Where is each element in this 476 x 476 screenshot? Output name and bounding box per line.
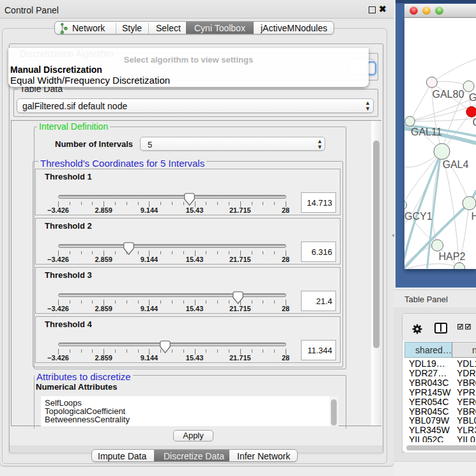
- svg-text:CY: CY: [472, 117, 476, 128]
- svg-text:GA: GA: [469, 92, 476, 103]
- svg-text:GAL11: GAL11: [411, 127, 442, 137]
- svg-text:GCY1: GCY1: [404, 211, 433, 222]
- svg-text:GAL4: GAL4: [442, 159, 468, 170]
- svg-text:GAL80: GAL80: [432, 89, 464, 100]
- svg-text:HAP2: HAP2: [438, 251, 465, 262]
- svg-text:HI: HI: [471, 211, 476, 222]
